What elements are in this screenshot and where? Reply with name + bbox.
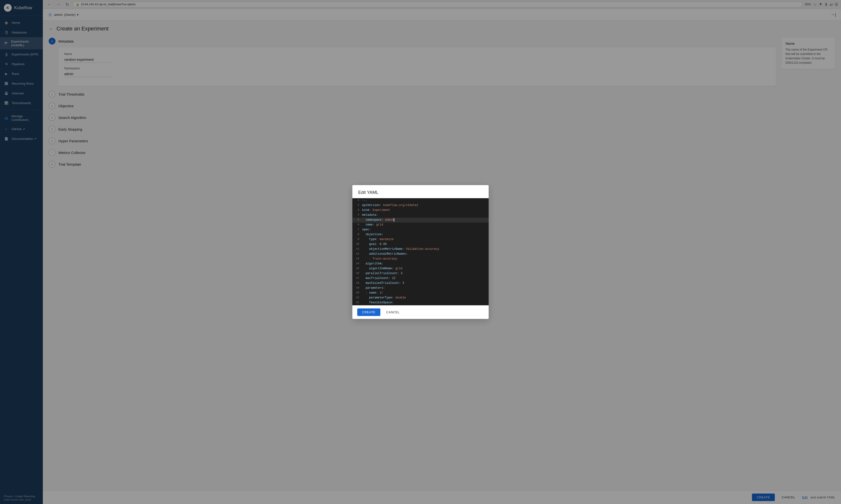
yaml-line-content-1: --- [362,198,489,203]
yaml-line-13: 13 - Train-accuracy [352,257,489,262]
yaml-line-content-11: objectiveMetricName: Validation-accuracy [362,247,489,252]
yaml-line-content-12: additionalMetricNames: [362,252,489,257]
yaml-line-22: 22 feasibleSpace: [352,301,489,305]
yaml-line-17: 17 maxTrialCount: 12 [352,276,489,281]
modal-overlay: Edit YAML 1---2apiVersion: kubeflow.org/… [0,0,841,504]
yaml-line-num-8: 8 [352,232,362,237]
yaml-line-15: 15 algorithmName: grid [352,266,489,271]
edit-yaml-modal: Edit YAML 1---2apiVersion: kubeflow.org/… [352,185,489,319]
yaml-line-content-20: - name: lr [362,291,489,295]
yaml-line-6: 6 name: grid [352,222,489,228]
modal-header: Edit YAML [352,185,489,198]
yaml-line-7: 7spec: [352,228,489,232]
yaml-line-num-16: 16 [352,271,362,276]
yaml-line-num-6: 6 [352,222,362,228]
yaml-line-content-7: spec: [362,228,489,232]
yaml-line-content-3: kind: Experiment [362,208,489,213]
yaml-line-num-12: 12 [352,252,362,257]
yaml-line-content-5: namespace: admin [362,218,489,222]
modal-body[interactable]: 1---2apiVersion: kubeflow.org/v1beta13ki… [352,198,489,305]
yaml-line-11: 11 objectiveMetricName: Validation-accur… [352,247,489,252]
yaml-line-num-20: 20 [352,291,362,295]
modal-title: Edit YAML [358,190,483,195]
yaml-line-num-10: 10 [352,242,362,247]
yaml-line-8: 8 objective: [352,232,489,237]
yaml-line-num-9: 9 [352,237,362,242]
yaml-line-content-14: algorithm: [362,262,489,266]
yaml-line-num-19: 19 [352,286,362,291]
yaml-line-content-6: name: grid [362,222,489,228]
yaml-line-18: 18 maxFailedTrialCount: 3 [352,281,489,286]
yaml-line-9: 9 type: maximize [352,237,489,242]
yaml-line-2: 2apiVersion: kubeflow.org/v1beta1 [352,203,489,208]
yaml-line-14: 14 algorithm: [352,262,489,266]
yaml-line-num-17: 17 [352,276,362,281]
yaml-editor[interactable]: 1---2apiVersion: kubeflow.org/v1beta13ki… [352,198,489,305]
yaml-line-content-2: apiVersion: kubeflow.org/v1beta1 [362,203,489,208]
yaml-line-12: 12 additionalMetricNames: [352,252,489,257]
yaml-line-content-19: parameters: [362,286,489,291]
yaml-line-content-8: objective: [362,232,489,237]
yaml-line-10: 10 goal: 0.99 [352,242,489,247]
yaml-line-num-13: 13 [352,257,362,262]
modal-cancel-button[interactable]: CANCEL [382,308,404,316]
yaml-line-num-2: 2 [352,203,362,208]
yaml-line-content-22: feasibleSpace: [362,301,489,305]
yaml-line-num-21: 21 [352,295,362,301]
yaml-line-content-13: - Train-accuracy [362,257,489,262]
yaml-line-content-9: type: maximize [362,237,489,242]
yaml-line-num-7: 7 [352,228,362,232]
yaml-line-content-4: metadata: [362,213,489,218]
yaml-line-num-18: 18 [352,281,362,286]
yaml-line-num-22: 22 [352,301,362,305]
modal-footer: CREATE CANCEL [352,305,489,319]
yaml-line-num-5: 5 [352,218,362,222]
yaml-line-num-1: 1 [352,198,362,203]
yaml-line-num-15: 15 [352,266,362,271]
yaml-line-num-4: 4 [352,213,362,218]
yaml-line-5: 5 namespace: admin [352,218,489,222]
yaml-line-content-17: maxTrialCount: 12 [362,276,489,281]
yaml-line-content-15: algorithmName: grid [362,266,489,271]
yaml-line-num-3: 3 [352,208,362,213]
yaml-line-1: 1--- [352,198,489,203]
yaml-line-19: 19 parameters: [352,286,489,291]
yaml-line-21: 21 parameterType: double [352,295,489,301]
yaml-line-3: 3kind: Experiment [352,208,489,213]
yaml-line-num-14: 14 [352,262,362,266]
yaml-line-num-11: 11 [352,247,362,252]
yaml-line-content-10: goal: 0.99 [362,242,489,247]
yaml-line-content-18: maxFailedTrialCount: 3 [362,281,489,286]
yaml-line-content-21: parameterType: double [362,295,489,301]
yaml-line-content-16: parallelTrialCount: 3 [362,271,489,276]
text-cursor [394,218,394,221]
yaml-line-20: 20 - name: lr [352,291,489,295]
modal-create-button[interactable]: CREATE [357,308,380,316]
yaml-line-4: 4metadata: [352,213,489,218]
yaml-line-16: 16 parallelTrialCount: 3 [352,271,489,276]
